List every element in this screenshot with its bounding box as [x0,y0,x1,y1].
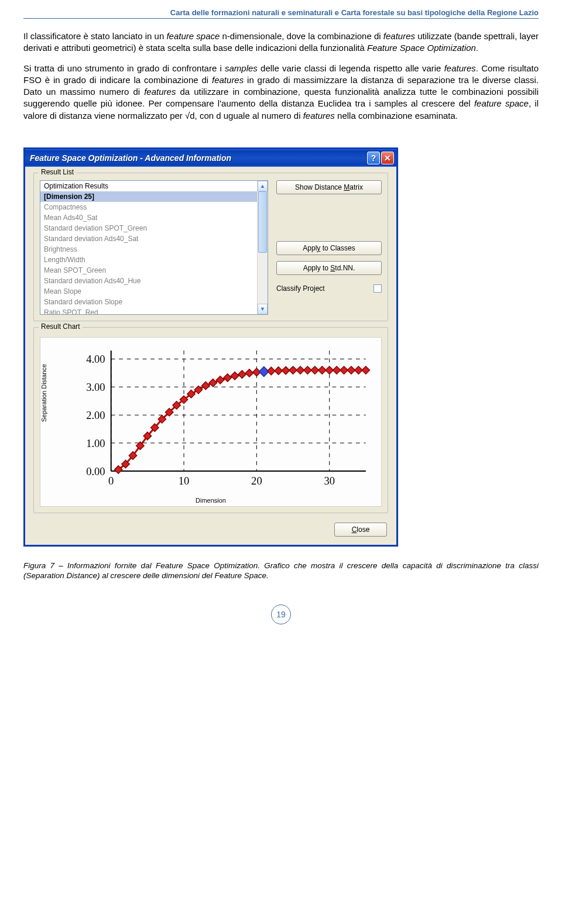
svg-marker-37 [238,370,246,378]
list-item[interactable]: Mean Ads40_Sat [40,212,257,223]
page-number: 19 [271,604,291,624]
titlebar[interactable]: Feature Space Optimization - Advanced In… [25,149,396,167]
list-item[interactable]: Mean SPOT_Green [40,265,257,276]
result-listbox[interactable]: Optimization Results[Dimension 25]Compac… [40,180,268,315]
classify-project-label: Classify Project [276,284,325,293]
svg-text:3.00: 3.00 [86,381,105,393]
paragraph-1: Il classificatore è stato lanciato in un… [23,30,539,54]
close-button[interactable]: Close [334,523,387,537]
svg-marker-47 [311,366,318,374]
list-item[interactable]: Optimization Results [40,181,257,191]
svg-marker-48 [318,366,326,374]
result-chart: Separation Distance Dimension 0.001.002.… [40,337,382,507]
svg-marker-49 [325,366,333,374]
scroll-down-icon[interactable]: ▼ [258,304,268,314]
chart-xlabel: Dimension [196,497,226,504]
svg-marker-43 [282,366,289,374]
svg-marker-52 [347,366,355,374]
svg-marker-53 [355,366,362,374]
svg-marker-50 [333,366,340,374]
result-chart-legend: Result Chart [39,322,83,331]
svg-text:20: 20 [251,475,262,487]
apply-to-classes-button[interactable]: Apply to Classes [276,241,382,255]
svg-marker-35 [224,374,231,382]
list-item[interactable]: Standard deviation SPOT_Green [40,223,257,233]
paragraph-2: Si tratta di uno strumento in grado di c… [23,63,539,122]
chart-ylabel: Separation Distance [40,364,47,422]
list-item[interactable]: Ratio SPOT_Red [40,307,257,314]
list-item[interactable]: Compactness [40,202,257,212]
svg-marker-51 [340,366,348,374]
header-text: Carta delle formazioni naturali e semina… [23,8,539,19]
figure-caption: Figura 7 – Informazioni fornite dal Feat… [0,547,562,587]
scroll-track[interactable] [258,191,268,304]
apply-to-stdnn-button[interactable]: Apply to Std.NN. [276,261,382,275]
scroll-thumb[interactable] [258,191,267,253]
scroll-up-icon[interactable]: ▲ [258,181,268,191]
svg-marker-45 [296,366,304,374]
list-item[interactable]: Mean Slope [40,286,257,297]
result-list-legend: Result List [39,168,76,176]
svg-marker-42 [275,367,282,375]
help-button[interactable]: ? [367,152,380,164]
svg-text:4.00: 4.00 [86,353,105,365]
dialog-title: Feature Space Optimization - Advanced In… [30,153,231,163]
body-text: Il classificatore è stato lanciato in un… [0,22,562,136]
svg-text:0: 0 [108,475,114,487]
scrollbar[interactable]: ▲ ▼ [257,181,268,314]
svg-text:30: 30 [324,475,335,487]
svg-marker-46 [304,366,311,374]
list-item[interactable]: Standard deviation Ads40_Hue [40,276,257,286]
result-list-group: Result List Optimization Results[Dimensi… [33,173,388,321]
svg-text:2.00: 2.00 [86,409,105,421]
svg-marker-38 [245,369,253,376]
fso-dialog: Feature Space Optimization - Advanced In… [23,147,398,547]
list-item[interactable]: Length/Width [40,255,257,265]
svg-marker-54 [362,366,369,374]
svg-text:0.00: 0.00 [86,465,105,477]
chart-svg: 0.001.002.003.004.000102030 [76,345,372,493]
svg-marker-44 [289,366,297,374]
window-close-button[interactable]: ✕ [381,152,394,164]
svg-marker-36 [231,372,238,379]
page-number-wrap: 19 [0,587,562,636]
list-item[interactable]: Standard deviation Ads40_Sat [40,233,257,244]
list-item[interactable]: Standard deviation Slope [40,297,257,307]
svg-text:1.00: 1.00 [86,437,105,449]
svg-marker-32 [202,382,210,389]
list-item[interactable]: [Dimension 25] [40,191,257,202]
classify-project-checkbox[interactable] [373,284,382,293]
svg-marker-41 [268,367,275,375]
svg-marker-33 [209,379,217,386]
list-item[interactable]: Brightness [40,244,257,255]
svg-text:10: 10 [179,475,190,487]
page-header: Carta delle formazioni naturali e semina… [0,0,562,22]
result-chart-group: Result Chart Separation Distance Dimensi… [33,327,388,513]
show-distance-matrix-button[interactable]: Show Distance Matrix [276,180,382,194]
svg-marker-34 [216,376,224,383]
